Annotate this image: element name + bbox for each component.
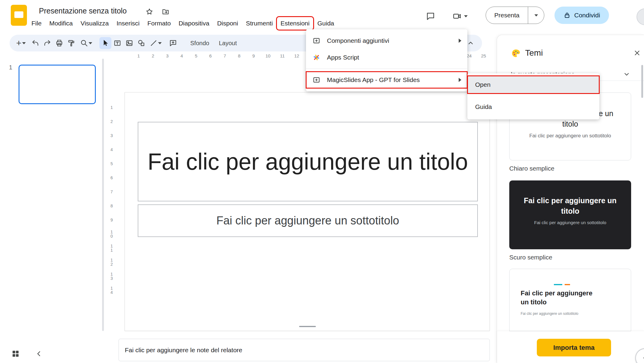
menu-item-label: Componenti aggiuntivi (327, 37, 389, 44)
ruler-tick: 2 (146, 53, 160, 61)
apps-script-icon (313, 54, 320, 61)
slide-canvas[interactable]: Fai clic per aggiungere un titolo Fai cl… (125, 92, 490, 331)
layout-button[interactable]: Layout (214, 37, 242, 49)
menu-estensioni[interactable]: Estensioni (277, 17, 313, 30)
theme-card-dark[interactable]: Fai clic per aggiungere un titolo Fai cl… (509, 180, 631, 249)
menu-item-magicslides[interactable]: MagicSlides App - GPT for Slides (306, 72, 467, 88)
slides-logo[interactable] (11, 5, 27, 26)
panel-scrollbar[interactable] (641, 65, 643, 98)
menu-modifica[interactable]: Modifica (46, 17, 77, 30)
menu-formato[interactable]: Formato (143, 17, 175, 30)
vertical-ruler: 1234567891011121314 (108, 100, 116, 297)
theme-card-subtitle: Fai clic per aggiungere un sottotitolo (509, 220, 631, 225)
menu-visualizza[interactable]: Visualizza (77, 17, 113, 30)
menu-disponi[interactable]: Disponi (213, 17, 242, 30)
slide-thumbnail[interactable] (19, 65, 96, 104)
share-button[interactable]: Condividi (554, 7, 609, 24)
menu-inserisci[interactable]: Inserisci (113, 17, 143, 30)
document-title[interactable]: Presentazione senza titolo (39, 7, 127, 15)
menu-item-label: Apps Script (327, 54, 359, 61)
submenu-arrow-icon (459, 78, 461, 82)
menu-guida[interactable]: Guida (313, 17, 338, 30)
present-button[interactable]: Presenta (486, 7, 528, 24)
speaker-notes-input[interactable]: Fai clic per aggiungere le note del rela… (119, 339, 490, 361)
ruler-tick: 12 (290, 53, 304, 61)
menu-item-componenti-aggiuntivi[interactable]: Componenti aggiuntivi (306, 32, 467, 49)
chevron-up-icon (467, 39, 475, 47)
cursor-icon (101, 39, 109, 47)
theme-name-light: Chiaro semplice (509, 165, 554, 172)
share-button-label: Condividi (574, 12, 600, 19)
insert-comment-button[interactable] (167, 37, 179, 49)
theme-card-title: Fai clic per aggiungere un titolo (521, 289, 595, 307)
lock-icon (563, 12, 571, 19)
filmstrip-scrollbar[interactable] (102, 59, 104, 331)
avatar[interactable] (637, 8, 644, 25)
insert-shape-button[interactable] (135, 37, 147, 49)
magicslides-submenu: Open Guida (467, 73, 599, 119)
theme-card-subtitle: Fai clic per aggiungere un sottotitolo (521, 312, 578, 316)
menu-item-apps-script[interactable]: Apps Script (306, 49, 467, 66)
chevron-down-icon (623, 70, 631, 78)
zoom-caret-icon (89, 42, 92, 44)
ruler-tick: 10 (261, 53, 275, 61)
slide-title-placeholder[interactable]: Fai clic per aggiungere un titolo (138, 122, 478, 201)
add-box-icon (313, 76, 320, 84)
collapse-filmstrip-icon[interactable] (32, 347, 46, 361)
ruler-tick: 2 (108, 114, 116, 128)
notes-resize-handle[interactable] (299, 326, 316, 327)
ruler-tick: 11 (108, 241, 116, 255)
line-icon (150, 39, 157, 47)
ruler-tick: 5 (189, 53, 203, 61)
ruler-tick: 9 (108, 212, 116, 227)
print-button[interactable] (53, 37, 65, 49)
theme-card-third[interactable]: Fai clic per aggiungere un titolo Fai cl… (509, 269, 631, 331)
close-icon (633, 49, 641, 57)
paint-format-button[interactable] (65, 37, 77, 49)
theme-card-subtitle: Fai clic per aggiungere un sottotitolo (510, 133, 631, 139)
menu-strumenti[interactable]: Strumenti (242, 17, 277, 30)
grid-view-icon[interactable] (8, 347, 23, 361)
ruler-tick: 1 (108, 100, 116, 114)
present-caret-icon (534, 14, 538, 16)
redo-button[interactable] (41, 37, 53, 49)
menubar: File Modifica Visualizza Inserisci Forma… (28, 17, 338, 30)
menu-file[interactable]: File (28, 17, 46, 30)
present-button-group: Presenta (486, 7, 544, 24)
add-box-icon (313, 37, 320, 45)
panel-title: Temi (525, 48, 543, 58)
line-caret-icon (158, 42, 162, 44)
ruler-tick: 8 (108, 198, 116, 212)
ruler-tick: 6 (108, 170, 116, 184)
star-icon[interactable] (144, 7, 154, 17)
meet-camera-icon[interactable] (447, 8, 473, 24)
panel-footer: Importa tema (497, 331, 644, 363)
undo-button[interactable] (29, 37, 41, 49)
ruler-tick: 7 (108, 184, 116, 198)
ruler-tick: 11 (275, 53, 290, 61)
slides-logo-page (14, 11, 23, 18)
submenu-arrow-icon (459, 39, 461, 43)
zoom-button[interactable] (80, 39, 92, 47)
insert-image-button[interactable] (123, 37, 135, 49)
menu-diapositiva[interactable]: Diapositiva (175, 17, 213, 30)
extensions-dropdown-menu: Componenti aggiuntivi Apps Script MagicS… (306, 29, 467, 91)
text-box-button[interactable] (111, 37, 123, 49)
present-dropdown-button[interactable] (528, 7, 544, 24)
ruler-tick: 5 (108, 156, 116, 170)
ruler-tick: 1 (131, 53, 146, 61)
move-folder-icon[interactable] (160, 7, 171, 17)
comments-icon[interactable] (423, 8, 438, 24)
select-tool-button[interactable] (99, 37, 111, 49)
import-theme-button[interactable]: Importa tema (537, 339, 611, 356)
ruler-tick: 4 (175, 53, 189, 61)
slide-subtitle-placeholder[interactable]: Fai clic per aggiungere un sottotitolo (138, 204, 478, 237)
insert-line-button[interactable] (150, 39, 162, 47)
new-slide-button[interactable]: + (16, 39, 26, 48)
new-slide-caret-icon (22, 42, 26, 44)
close-panel-button[interactable] (631, 47, 643, 59)
submenu-item-open[interactable]: Open (467, 76, 599, 94)
submenu-item-guida[interactable]: Guida (467, 98, 599, 116)
menu-separator (306, 69, 467, 69)
background-button[interactable]: Sfondo (186, 37, 214, 49)
